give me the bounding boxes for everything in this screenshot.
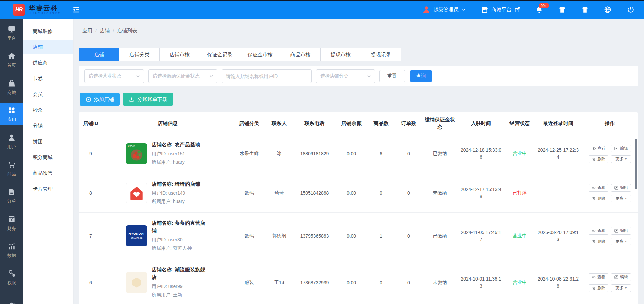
sidebar-item-数据[interactable]: 数据: [0, 239, 23, 261]
submenu-item-卡券[interactable]: 卡券: [23, 71, 73, 86]
sidebar-item-label: 财务: [7, 225, 16, 232]
tab-提现记录[interactable]: 提现记录: [361, 48, 401, 61]
edit-icon: [614, 275, 619, 280]
breadcrumb-item[interactable]: 应用: [82, 28, 92, 33]
tab-商品审核[interactable]: 商品审核: [280, 48, 321, 61]
submenu-item-秒杀[interactable]: 秒杀: [23, 103, 73, 117]
edit-button[interactable]: 编辑: [611, 227, 631, 235]
language-globe-icon[interactable]: [604, 6, 612, 14]
cell-category: 数码: [233, 173, 265, 213]
platform-switch[interactable]: 商城平台: [481, 6, 521, 14]
sidebar-item-平台[interactable]: 平台: [0, 22, 23, 44]
submenu-item-分销[interactable]: 分销: [23, 119, 73, 133]
sidebar-item-planet[interactable]: [0, 294, 23, 304]
tab-保证金审核[interactable]: 保证金审核: [240, 48, 280, 61]
delete-button[interactable]: 删除: [589, 155, 608, 163]
submenu-item-供应商[interactable]: 供应商: [23, 56, 73, 70]
cart-icon: [7, 160, 16, 169]
trash-icon: [592, 239, 596, 244]
sidebar-item-订单[interactable]: 订单: [0, 185, 23, 207]
query-button[interactable]: 查询: [410, 70, 432, 82]
column-header: 最近登录时间: [535, 112, 582, 134]
shop-search-input[interactable]: [222, 69, 312, 83]
more-button[interactable]: 更多▾: [611, 155, 631, 163]
reset-button[interactable]: 重置: [379, 70, 405, 82]
cell-shop-info: 店铺名称: 潮流服装旗舰店用户ID: user99所属用户: 王新: [102, 259, 233, 304]
submenu-item-商品预售[interactable]: 商品预售: [23, 166, 73, 180]
business-status-select[interactable]: 请选择营业状态: [84, 69, 144, 83]
user-menu[interactable]: 超级管理员: [422, 5, 466, 14]
eye-icon: [592, 229, 596, 233]
layout: 平台首页商城应用用户商品订单财务数据权限 商城装修店铺供应商卡券会员秒杀分销拼团…: [0, 19, 644, 304]
cell-actions: 查看编辑删除更多▾: [582, 173, 638, 213]
download-bill-button[interactable]: 分账账单下载: [123, 93, 173, 106]
delete-button[interactable]: 删除: [589, 284, 608, 292]
skin-shirt-icon[interactable]: [581, 6, 589, 14]
sidebar-item-label: 权限: [7, 280, 16, 286]
submenu-item-店铺[interactable]: 店铺: [23, 40, 73, 54]
cell-goods-count: 0: [367, 173, 395, 213]
tab-店铺分类[interactable]: 店铺分类: [119, 48, 160, 61]
edit-button[interactable]: 编辑: [611, 145, 631, 152]
delete-button[interactable]: 删除: [589, 195, 608, 202]
avatar-icon: [422, 5, 431, 14]
sidebar-item-商城[interactable]: 商城: [0, 76, 23, 98]
submenu-item-商城装修[interactable]: 商城装修: [23, 24, 73, 38]
notifications-bell-button[interactable]: 99+: [535, 6, 543, 14]
data-chart-icon: [7, 242, 16, 251]
more-button[interactable]: 更多▾: [611, 195, 631, 202]
submenu-item-积分商城[interactable]: 积分商城: [23, 150, 73, 164]
shop-name: 店铺名称: 农产品基地: [152, 141, 209, 148]
view-button[interactable]: 查看: [589, 184, 608, 192]
shop-category-select[interactable]: 选择店铺分类: [316, 69, 375, 83]
cell-business-status: 营业中: [504, 213, 535, 259]
view-button[interactable]: 查看: [589, 145, 608, 152]
view-button[interactable]: 查看: [589, 227, 608, 235]
user-role-label: 超级管理员: [433, 7, 459, 13]
scrollbar-thumb[interactable]: [635, 139, 637, 189]
caret-down-icon: ▾: [625, 286, 627, 290]
sidebar-item-权限[interactable]: 权限: [0, 266, 23, 289]
cell-shop-id: 9: [79, 134, 102, 173]
edit-button[interactable]: 编辑: [611, 184, 631, 192]
breadcrumb-item[interactable]: 店铺: [100, 28, 110, 33]
more-button[interactable]: 更多▾: [611, 238, 631, 245]
deposit-status-select[interactable]: 请选择缴纳保证金状态: [148, 69, 217, 83]
column-header: 联系人: [265, 112, 293, 134]
sidebar-item-用户[interactable]: 用户: [0, 131, 23, 153]
view-button[interactable]: 查看: [589, 273, 608, 281]
tab-提现审核[interactable]: 提现审核: [320, 48, 361, 61]
theme-shirt-icon[interactable]: [558, 6, 566, 14]
submenu-item-拼团[interactable]: 拼团: [23, 135, 73, 149]
edit-button[interactable]: 编辑: [611, 273, 631, 281]
delete-button[interactable]: 删除: [589, 238, 608, 245]
tab-店铺[interactable]: 店铺: [79, 48, 119, 61]
cell-shop-id: 6: [79, 259, 102, 304]
cell-deposit-status: 已缴纳: [422, 134, 458, 173]
submenu-item-卡片管理[interactable]: 卡片管理: [23, 182, 73, 196]
chevron-down-icon: [366, 73, 372, 79]
main-sidebar: 平台首页商城应用用户商品订单财务数据权限: [0, 19, 23, 304]
sidebar-item-应用[interactable]: 应用: [0, 103, 23, 125]
submenu-item-会员[interactable]: 会员: [23, 87, 73, 101]
logo[interactable]: HR 华睿云科 HUARUIYUNKE: [0, 4, 66, 16]
tab-店铺审核[interactable]: 店铺审核: [159, 48, 200, 61]
column-header: 店铺信息: [102, 112, 233, 134]
breadcrumb-item[interactable]: 店铺列表: [117, 28, 137, 33]
cell-phone: 15051842868: [293, 173, 335, 213]
more-button[interactable]: 更多▾: [611, 284, 631, 292]
tab-保证金记录[interactable]: 保证金记录: [200, 48, 240, 61]
sidebar-item-商品[interactable]: 商品: [0, 158, 23, 180]
cell-last-login: [535, 173, 582, 213]
sidebar-item-label: 用户: [7, 144, 16, 150]
logo-brand-subtext: 韩国品牌: [131, 236, 142, 240]
sidebar-item-财务[interactable]: 财务: [0, 212, 23, 234]
permission-key-icon: [7, 269, 16, 278]
sidebar-item-首页[interactable]: 首页: [0, 49, 23, 71]
cell-category: 数码: [233, 213, 265, 259]
column-header: 入驻时间: [458, 112, 504, 134]
add-shop-button[interactable]: 添加店铺: [80, 93, 120, 106]
menu-collapse-icon[interactable]: [72, 5, 81, 14]
logout-power-icon[interactable]: [627, 6, 635, 14]
cell-goods-count: 6: [367, 134, 395, 173]
